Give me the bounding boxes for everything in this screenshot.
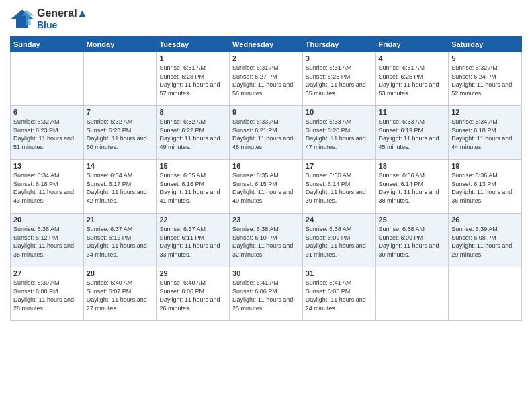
day-number: 12 (451, 108, 519, 116)
day-number: 27 (13, 269, 81, 277)
calendar-cell: 27Sunrise: 6:39 AMSunset: 6:08 PMDayligh… (11, 267, 84, 321)
calendar-cell: 16Sunrise: 6:35 AMSunset: 6:15 PMDayligh… (230, 160, 303, 214)
day-info: Sunrise: 6:38 AMSunset: 6:10 PMDaylight:… (232, 225, 300, 259)
day-info: Sunrise: 6:35 AMSunset: 6:15 PMDaylight:… (232, 171, 300, 205)
day-number: 7 (87, 108, 154, 116)
day-info: Sunrise: 6:36 AMSunset: 6:12 PMDaylight:… (13, 225, 81, 259)
calendar-week-3: 13Sunrise: 6:34 AMSunset: 6:18 PMDayligh… (11, 160, 522, 214)
calendar-cell: 5Sunrise: 6:32 AMSunset: 6:24 PMDaylight… (449, 52, 522, 106)
header: General▲ Blue (10, 7, 522, 31)
day-number: 5 (451, 54, 519, 62)
day-number: 6 (13, 108, 81, 116)
calendar-week-5: 27Sunrise: 6:39 AMSunset: 6:08 PMDayligh… (11, 267, 522, 321)
day-number: 9 (232, 108, 300, 116)
day-number: 25 (379, 216, 446, 224)
day-number: 18 (379, 162, 446, 170)
calendar-cell: 7Sunrise: 6:32 AMSunset: 6:23 PMDaylight… (83, 106, 157, 160)
day-info: Sunrise: 6:33 AMSunset: 6:20 PMDaylight:… (306, 118, 373, 151)
calendar-cell: 17Sunrise: 6:35 AMSunset: 6:14 PMDayligh… (302, 160, 375, 214)
day-info: Sunrise: 6:39 AMSunset: 6:08 PMDaylight:… (13, 279, 81, 312)
calendar-cell: 2Sunrise: 6:31 AMSunset: 6:27 PMDaylight… (230, 52, 303, 106)
calendar-cell: 23Sunrise: 6:38 AMSunset: 6:10 PMDayligh… (230, 214, 303, 267)
calendar-cell (11, 52, 84, 106)
day-info: Sunrise: 6:32 AMSunset: 6:24 PMDaylight:… (451, 64, 519, 97)
day-info: Sunrise: 6:31 AMSunset: 6:26 PMDaylight:… (306, 64, 373, 97)
day-info: Sunrise: 6:32 AMSunset: 6:23 PMDaylight:… (13, 118, 81, 151)
day-number: 23 (232, 216, 300, 224)
calendar-cell: 28Sunrise: 6:40 AMSunset: 6:07 PMDayligh… (83, 267, 157, 321)
weekday-header-row: SundayMondayTuesdayWednesdayThursdayFrid… (11, 37, 522, 52)
calendar-cell (83, 52, 157, 106)
calendar-cell: 15Sunrise: 6:35 AMSunset: 6:16 PMDayligh… (157, 160, 230, 214)
weekday-header-saturday: Saturday (449, 37, 522, 52)
day-info: Sunrise: 6:34 AMSunset: 6:18 PMDaylight:… (13, 171, 81, 205)
day-info: Sunrise: 6:38 AMSunset: 6:09 PMDaylight:… (306, 225, 373, 259)
calendar-cell: 22Sunrise: 6:37 AMSunset: 6:11 PMDayligh… (157, 214, 230, 267)
day-number: 31 (306, 269, 373, 277)
day-info: Sunrise: 6:37 AMSunset: 6:12 PMDaylight:… (87, 225, 154, 259)
day-info: Sunrise: 6:37 AMSunset: 6:11 PMDaylight:… (159, 225, 226, 259)
day-info: Sunrise: 6:41 AMSunset: 6:05 PMDaylight:… (306, 279, 373, 312)
calendar-cell: 4Sunrise: 6:31 AMSunset: 6:25 PMDaylight… (375, 52, 449, 106)
day-number: 16 (232, 162, 300, 170)
day-number: 21 (87, 216, 154, 224)
logo-icon (10, 7, 34, 31)
calendar-cell: 12Sunrise: 6:34 AMSunset: 6:18 PMDayligh… (449, 106, 522, 160)
day-info: Sunrise: 6:40 AMSunset: 6:06 PMDaylight:… (159, 279, 226, 312)
day-info: Sunrise: 6:31 AMSunset: 6:27 PMDaylight:… (232, 64, 300, 97)
calendar-week-1: 1Sunrise: 6:31 AMSunset: 6:28 PMDaylight… (11, 52, 522, 106)
day-number: 8 (159, 108, 226, 116)
calendar-cell: 31Sunrise: 6:41 AMSunset: 6:05 PMDayligh… (302, 267, 375, 321)
calendar-cell: 14Sunrise: 6:34 AMSunset: 6:17 PMDayligh… (83, 160, 157, 214)
calendar-week-2: 6Sunrise: 6:32 AMSunset: 6:23 PMDaylight… (11, 106, 522, 160)
day-number: 26 (451, 216, 519, 224)
logo-area: General▲ Blue (10, 7, 87, 31)
day-number: 20 (13, 216, 81, 224)
calendar-cell: 26Sunrise: 6:39 AMSunset: 6:08 PMDayligh… (449, 214, 522, 267)
day-number: 28 (87, 269, 154, 277)
day-number: 2 (232, 54, 300, 62)
day-info: Sunrise: 6:33 AMSunset: 6:19 PMDaylight:… (379, 118, 446, 151)
day-number: 30 (232, 269, 300, 277)
calendar-cell: 1Sunrise: 6:31 AMSunset: 6:28 PMDaylight… (157, 52, 230, 106)
calendar-cell: 10Sunrise: 6:33 AMSunset: 6:20 PMDayligh… (302, 106, 375, 160)
day-number: 11 (379, 108, 446, 116)
day-info: Sunrise: 6:41 AMSunset: 6:06 PMDaylight:… (232, 279, 300, 312)
calendar-cell: 29Sunrise: 6:40 AMSunset: 6:06 PMDayligh… (157, 267, 230, 321)
day-number: 17 (306, 162, 373, 170)
weekday-header-wednesday: Wednesday (230, 37, 303, 52)
calendar-cell (375, 267, 449, 321)
day-info: Sunrise: 6:36 AMSunset: 6:13 PMDaylight:… (451, 171, 519, 205)
day-info: Sunrise: 6:38 AMSunset: 6:09 PMDaylight:… (379, 225, 446, 259)
day-number: 1 (159, 54, 226, 62)
day-info: Sunrise: 6:32 AMSunset: 6:22 PMDaylight:… (159, 118, 226, 151)
day-number: 4 (379, 54, 446, 62)
day-info: Sunrise: 6:35 AMSunset: 6:14 PMDaylight:… (306, 171, 373, 205)
calendar-cell: 9Sunrise: 6:33 AMSunset: 6:21 PMDaylight… (230, 106, 303, 160)
calendar-cell: 20Sunrise: 6:36 AMSunset: 6:12 PMDayligh… (11, 214, 84, 267)
day-number: 24 (306, 216, 373, 224)
logo-text: General▲ Blue (37, 7, 87, 30)
calendar-cell: 21Sunrise: 6:37 AMSunset: 6:12 PMDayligh… (83, 214, 157, 267)
day-info: Sunrise: 6:40 AMSunset: 6:07 PMDaylight:… (87, 279, 154, 312)
calendar-cell: 19Sunrise: 6:36 AMSunset: 6:13 PMDayligh… (449, 160, 522, 214)
calendar-cell: 24Sunrise: 6:38 AMSunset: 6:09 PMDayligh… (302, 214, 375, 267)
day-info: Sunrise: 6:31 AMSunset: 6:25 PMDaylight:… (379, 64, 446, 97)
calendar-cell: 18Sunrise: 6:36 AMSunset: 6:14 PMDayligh… (375, 160, 449, 214)
day-number: 10 (306, 108, 373, 116)
day-info: Sunrise: 6:31 AMSunset: 6:28 PMDaylight:… (159, 64, 226, 97)
day-info: Sunrise: 6:39 AMSunset: 6:08 PMDaylight:… (451, 225, 519, 259)
weekday-header-monday: Monday (83, 37, 157, 52)
calendar-cell: 3Sunrise: 6:31 AMSunset: 6:26 PMDaylight… (302, 52, 375, 106)
day-number: 15 (159, 162, 226, 170)
day-number: 13 (13, 162, 81, 170)
day-number: 3 (306, 54, 373, 62)
page: General▲ Blue SundayMondayTuesdayWednesd… (0, 0, 532, 411)
day-number: 14 (87, 162, 154, 170)
calendar-week-4: 20Sunrise: 6:36 AMSunset: 6:12 PMDayligh… (11, 214, 522, 267)
calendar-cell: 13Sunrise: 6:34 AMSunset: 6:18 PMDayligh… (11, 160, 84, 214)
calendar-cell (449, 267, 522, 321)
day-info: Sunrise: 6:35 AMSunset: 6:16 PMDaylight:… (159, 171, 226, 205)
calendar-cell: 25Sunrise: 6:38 AMSunset: 6:09 PMDayligh… (375, 214, 449, 267)
day-info: Sunrise: 6:36 AMSunset: 6:14 PMDaylight:… (379, 171, 446, 205)
